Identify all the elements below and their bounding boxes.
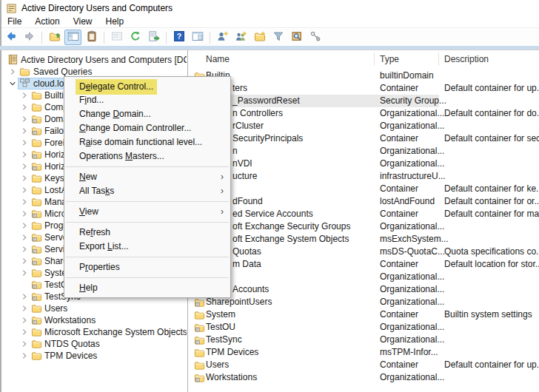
folder-icon [31, 137, 42, 148]
toolbar-button-export-list[interactable] [145, 30, 162, 45]
list-row-quotas[interactable]: QuotasmsDS-QuotaC...Quota specifications… [190, 246, 539, 258]
cell-type: Container [380, 258, 418, 271]
cell-name: oft Exchange Security Groups [232, 220, 350, 233]
list-row-dfound[interactable]: dFoundlostAndFoundDefault container for … [190, 195, 539, 208]
chevron-down-icon[interactable] [7, 78, 18, 89]
list-row-oft-exchange-security-groups[interactable]: oft Exchange Security GroupsOrganization… [190, 220, 539, 233]
list-row-hidden[interactable]: ContainerDefault container for ke... [190, 183, 539, 195]
tree-item-tpm-devices[interactable]: TPM Devices [1, 350, 187, 362]
list-row-system[interactable]: SystemContainerBuiltin system settings [190, 308, 539, 321]
tree-item-ntds-quotas[interactable]: NTDS Quotas [1, 338, 187, 350]
toolbar-button-new-group[interactable] [232, 30, 250, 45]
chevron-right-icon[interactable] [19, 102, 30, 112]
list-row-rcluster[interactable]: rClusterOrganizational... [190, 120, 539, 132]
chevron-right-icon[interactable] [19, 185, 30, 195]
chevron-right-icon[interactable] [19, 244, 30, 254]
column-header-type[interactable]: Type [380, 54, 399, 64]
toolbar-button-new-ou[interactable] [251, 30, 268, 45]
chevron-right-icon[interactable] [19, 161, 30, 172]
menu-item-find[interactable]: Find... [64, 93, 230, 107]
toolbar-button-clipboard[interactable] [83, 30, 100, 45]
cell-name: oft Exchange System Objects [232, 233, 349, 246]
column-separator[interactable] [438, 53, 439, 66]
toolbar-button-filter[interactable] [270, 30, 287, 45]
menu-item-properties[interactable]: Properties [64, 260, 230, 274]
tree-item-users[interactable]: Users [1, 303, 187, 314]
list-row-builtin[interactable]: BuiltinbuiltinDomain [190, 70, 539, 82]
chevron-right-icon[interactable] [19, 220, 30, 231]
toolbar-button-new-user[interactable] [214, 30, 231, 45]
chevron-right-icon[interactable] [19, 138, 30, 148]
toolbar-button-keys[interactable] [307, 30, 324, 45]
chevron-right-icon[interactable] [19, 209, 30, 219]
chevron-right-icon[interactable] [19, 90, 30, 101]
tree-item-active-directory-users-and-computers-dc1-clou[interactable]: Active Directory Users and Computers [DC… [1, 54, 187, 66]
list-row-securityprincipals[interactable]: SecurityPrincipalsContainerDefault conta… [190, 132, 539, 145]
list-row-testsync[interactable]: TestSyncOrganizational... [190, 334, 539, 346]
menu-item-change-domain-controller[interactable]: Change Domain Controller... [64, 121, 230, 135]
column-header-name[interactable]: Name [206, 54, 230, 64]
list-row-ed-service-accounts[interactable]: ed Service AccountsContainerDefault cont… [190, 208, 539, 220]
menu-item-new[interactable]: New› [64, 170, 230, 184]
chevron-right-icon[interactable] [19, 173, 30, 183]
list-row-ucture[interactable]: uctureinfrastructureU... [190, 170, 539, 183]
list-row-n[interactable]: nOrganizational... [190, 145, 539, 158]
list-row-ters[interactable]: tersContainerDefault container for up... [190, 82, 539, 95]
chevron-right-icon[interactable] [19, 303, 30, 314]
action-pane-icon [192, 30, 204, 44]
list-row-oft-exchange-system-objects[interactable]: oft Exchange System ObjectsmsExchSystem.… [190, 233, 539, 246]
toolbar-button-find[interactable] [288, 30, 305, 45]
chevron-right-icon[interactable] [19, 256, 30, 266]
toolbar-button-console-tree[interactable] [64, 30, 81, 45]
menu-item-all-tasks[interactable]: All Tasks› [64, 184, 230, 198]
chevron-right-icon[interactable] [19, 268, 30, 278]
list-row-tpm-devices[interactable]: TPM DevicesmsTPM-Infor... [190, 346, 539, 359]
chevron-right-icon[interactable] [19, 291, 30, 302]
toolbar-button-help[interactable]: ? [170, 30, 187, 45]
menubar-item-action[interactable]: Action [28, 16, 66, 28]
chevron-right-icon[interactable] [19, 351, 30, 361]
menu-item-delegate-control[interactable]: Delegate Control... [64, 79, 230, 93]
chevron-right-icon[interactable] [19, 327, 30, 337]
tree-item-workstations[interactable]: Workstations [1, 314, 187, 326]
menu-item-refresh[interactable]: Refresh [64, 226, 230, 240]
chevron-right-icon[interactable] [19, 339, 30, 349]
menu-item-change-domain[interactable]: Change Domain... [64, 107, 230, 121]
chevron-right-icon[interactable] [19, 197, 30, 207]
menu-item-operations-masters[interactable]: Operations Masters... [64, 149, 230, 163]
chevron-right-icon[interactable] [19, 126, 30, 136]
chevron-right-icon[interactable] [19, 114, 30, 124]
column-header-description[interactable]: Description [444, 54, 489, 64]
list-row-nvdi[interactable]: nVDIOrganizational... [190, 158, 539, 170]
folder-icon [31, 184, 42, 195]
chevron-right-icon[interactable] [19, 315, 30, 325]
menubar-item-file[interactable]: File [1, 16, 28, 28]
menu-item-help[interactable]: Help [64, 281, 230, 295]
toolbar-button-forward[interactable] [21, 30, 38, 45]
list-row-m-data[interactable]: m DataContainerDefault location for stor… [190, 258, 539, 271]
chevron-right-icon[interactable] [19, 149, 30, 160]
menu-item-raise-domain-functional-level[interactable]: Raise domain functional level... [64, 135, 230, 149]
menu-item-export-list[interactable]: Export List... [64, 240, 230, 254]
toolbar-button-back[interactable] [2, 30, 19, 45]
list-row-users[interactable]: UsersContainerDefault container for up..… [190, 359, 539, 371]
menubar-item-help[interactable]: Help [99, 16, 131, 28]
list-row-sharepointusers[interactable]: SharepointUsersOrganizational... [190, 296, 539, 308]
list-row-testou[interactable]: TestOUOrganizational... [190, 321, 539, 334]
list-row-passwordreset[interactable]: _PasswordResetSecurity Group... [190, 95, 539, 107]
menu-item-label: Change Domain... [79, 107, 151, 121]
chevron-right-icon[interactable] [7, 67, 18, 77]
menu-item-view[interactable]: View› [64, 205, 230, 219]
toolbar-button-folder-up[interactable] [46, 30, 63, 45]
tree-item-microsoft-exchange-system-objects[interactable]: Microsoft Exchange System Objects [1, 326, 187, 338]
list-row-accounts[interactable]: AccountsOrganizational... [190, 283, 539, 296]
chevron-right-icon[interactable] [19, 232, 30, 243]
list-row-n-controllers[interactable]: n ControllersOrganizational...Default co… [190, 107, 539, 120]
list-row-hidden[interactable]: Organizational... [190, 271, 539, 283]
toolbar-button-action-pane[interactable] [189, 30, 206, 45]
menubar-item-view[interactable]: View [67, 16, 99, 28]
column-separator[interactable] [374, 53, 375, 66]
tree-item-label: Keys [44, 172, 64, 184]
toolbar-button-refresh[interactable] [127, 30, 144, 45]
list-row-workstations[interactable]: WorkstationsOrganizational... [190, 371, 539, 384]
